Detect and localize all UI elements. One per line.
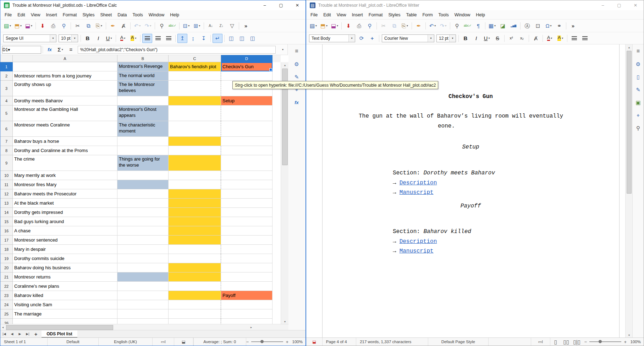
menu-insert[interactable]: Insert: [349, 11, 366, 18]
insert-chart-button[interactable]: ▂▅▇: [508, 21, 518, 31]
zoom-slider[interactable]: [251, 341, 283, 342]
cell-A2[interactable]: Montresor returns from a long journey: [13, 71, 117, 81]
align-left-button[interactable]: [569, 34, 579, 43]
unmerge-button[interactable]: ◫: [248, 34, 258, 43]
cell-C22[interactable]: [169, 282, 221, 291]
highlight-button[interactable]: A▾: [555, 34, 565, 43]
select-all-corner[interactable]: [0, 55, 13, 62]
cell-C18[interactable]: [169, 245, 221, 254]
cell-C21[interactable]: [169, 272, 221, 282]
print-button[interactable]: ⎙: [354, 21, 364, 31]
clear-formatting-button[interactable]: Ⱥ: [119, 21, 128, 31]
row-header-12[interactable]: 12: [0, 189, 13, 199]
chevron-down-icon[interactable]: ▾: [71, 35, 78, 42]
page-button[interactable]: ▯: [633, 72, 643, 81]
menu-view[interactable]: View: [334, 11, 349, 18]
menu-view[interactable]: View: [28, 11, 43, 18]
wrap-text-button[interactable]: ↵: [213, 34, 222, 43]
row-header-6[interactable]: 6: [0, 121, 13, 137]
zoom-out-button[interactable]: −: [246, 339, 249, 345]
cell-C8[interactable]: [169, 146, 221, 155]
redo-button[interactable]: ↷▾: [143, 21, 153, 31]
formula-button[interactable]: =: [66, 45, 76, 54]
row-header-25[interactable]: 25: [0, 309, 13, 319]
find-replace-button[interactable]: ⚲: [157, 21, 167, 31]
cell-D5[interactable]: [221, 106, 273, 121]
cell-B9[interactable]: Things are going for the worse: [117, 155, 169, 171]
cell-A21[interactable]: Montresor returns: [13, 272, 117, 282]
menu-edit[interactable]: Edit: [15, 11, 28, 18]
cell-C1[interactable]: Baharov's fiendish plot: [169, 62, 221, 71]
cell-D15[interactable]: [221, 217, 273, 226]
zoom-slider-handle[interactable]: [260, 340, 264, 343]
cell-A18[interactable]: Mary in despair: [13, 245, 117, 254]
cell-B19[interactable]: [117, 254, 169, 263]
autofilter-button[interactable]: ▽: [227, 21, 237, 31]
menu-file[interactable]: File: [308, 11, 320, 18]
close-button[interactable]: ✕: [289, 0, 306, 10]
paste-button[interactable]: ⎘▾: [94, 21, 104, 31]
menu-file[interactable]: File: [2, 11, 15, 18]
cell-B12[interactable]: [117, 189, 169, 199]
undo-button[interactable]: ↶▾: [428, 21, 437, 31]
maximize-button[interactable]: ▢: [611, 0, 627, 10]
cell-B18[interactable]: [117, 245, 169, 254]
save-button[interactable]: ⬓▾: [330, 21, 340, 31]
last-sheet-button[interactable]: ▶|: [24, 331, 31, 337]
cell-B7[interactable]: [117, 137, 169, 146]
row-header-7[interactable]: 7: [0, 137, 13, 146]
cell-C15[interactable]: [169, 217, 221, 226]
italic-button[interactable]: I: [93, 34, 103, 43]
zoom-slider[interactable]: [589, 341, 621, 342]
sidebar-menu-button[interactable]: ≡: [292, 47, 302, 56]
row-header-8[interactable]: 8: [0, 146, 13, 155]
selection-handle[interactable]: [269, 68, 272, 71]
selection-mode-icon[interactable]: ▭I: [153, 338, 174, 346]
column-header-C[interactable]: C: [169, 55, 221, 62]
font-color-button[interactable]: A▾: [545, 34, 555, 43]
toolbar-overflow-button[interactable]: »: [241, 21, 251, 31]
clear-formatting-button[interactable]: Ⱥ: [531, 34, 541, 43]
cell-D17[interactable]: [221, 236, 273, 245]
menu-form[interactable]: Form: [419, 11, 435, 18]
cell-D23[interactable]: Payoff: [221, 291, 273, 300]
cell-B2[interactable]: The normal world: [117, 71, 169, 81]
word-count[interactable]: 217 words, 1,337 characters: [356, 338, 428, 346]
align-center-button[interactable]: [580, 34, 590, 43]
sort-descending-button[interactable]: Z↓: [216, 21, 226, 31]
open-button[interactable]: ⬒▾: [13, 21, 23, 31]
align-center-button[interactable]: [153, 34, 163, 43]
find-replace-button[interactable]: ⚲: [452, 21, 462, 31]
cell-B20[interactable]: [117, 263, 169, 272]
vertical-scrollbar[interactable]: ▴ ▾: [281, 62, 288, 324]
valign-top-button[interactable]: ↥: [177, 34, 187, 43]
column-header-B[interactable]: B: [117, 55, 169, 62]
cell-A8[interactable]: Dorothy and Coralinne at the Proms: [13, 146, 117, 155]
cell-B23[interactable]: [117, 291, 169, 300]
next-sheet-button[interactable]: ▶: [16, 331, 23, 337]
page-style-status[interactable]: Default Page Style: [428, 338, 489, 346]
cell-A14[interactable]: Dorothy gets impressed: [13, 208, 117, 217]
cell-B4[interactable]: [117, 96, 169, 106]
cell-B21[interactable]: [117, 272, 169, 282]
book-view-button[interactable]: ▯|▯: [572, 337, 582, 346]
name-box[interactable]: D1 ▾: [2, 46, 41, 54]
cell-B25[interactable]: [117, 309, 169, 319]
bold-button[interactable]: B: [461, 34, 470, 43]
close-button[interactable]: ✕: [627, 0, 644, 10]
menu-styles[interactable]: Styles: [385, 11, 403, 18]
cell-B26[interactable]: [117, 319, 169, 324]
column-header-A[interactable]: A: [13, 55, 117, 62]
superscript-button[interactable]: x²: [506, 34, 516, 43]
cell-C4[interactable]: [169, 96, 221, 106]
cell-A6[interactable]: Montresor meets Coralinne: [13, 121, 117, 137]
function-wizard-button[interactable]: fx: [45, 45, 55, 54]
menu-format[interactable]: Format: [366, 11, 386, 18]
paste-button[interactable]: ⎘▾: [400, 21, 410, 31]
insert-text-box-button[interactable]: Ⓐ: [522, 21, 532, 31]
cell-B24[interactable]: [117, 300, 169, 309]
menu-help[interactable]: Help: [473, 11, 488, 18]
cell-C2[interactable]: [169, 71, 221, 81]
row-header-16[interactable]: 16: [0, 226, 13, 236]
update-style-button[interactable]: ⟳: [357, 34, 367, 43]
